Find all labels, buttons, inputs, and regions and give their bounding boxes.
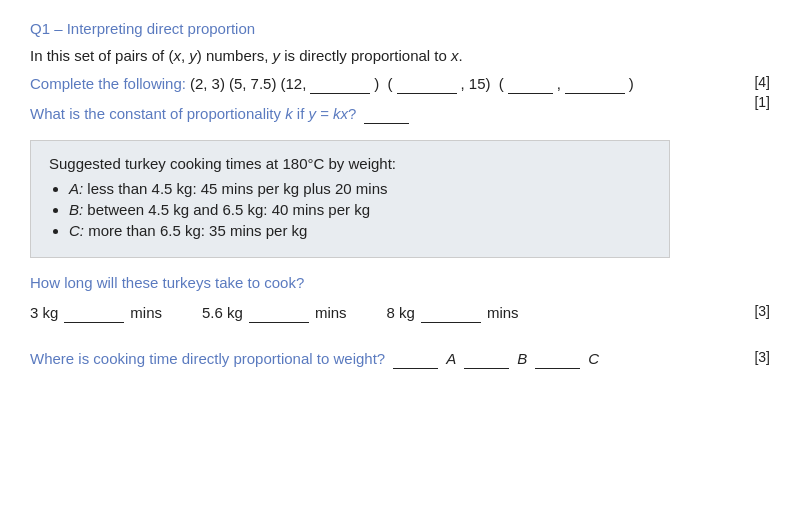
- cooking-group-2: 5.6 kg mins: [202, 301, 347, 323]
- pair-2: (5, 7.5): [229, 75, 277, 92]
- unit-3: mins: [487, 304, 519, 321]
- turkey-box: Suggested turkey cooking times at 180°C …: [30, 140, 670, 258]
- proportionality-row: What is the constant of proportionality …: [30, 102, 730, 124]
- item-a-label: A:: [69, 180, 83, 197]
- marks-3a: [3]: [754, 303, 770, 319]
- unit-2: mins: [315, 304, 347, 321]
- how-long-question: How long will these turkeys take to cook…: [30, 274, 770, 291]
- input-mins-2[interactable]: [249, 301, 309, 323]
- pair-4-comma: , 15): [461, 75, 491, 92]
- marks-col-3a: [3]: [730, 301, 770, 319]
- pair-5-open: (: [495, 75, 504, 92]
- weight-1: 3 kg: [30, 304, 58, 321]
- list-item: B: between 4.5 kg and 6.5 kg: 40 mins pe…: [69, 201, 651, 218]
- input-mins-3[interactable]: [421, 301, 481, 323]
- list-item: C: more than 6.5 kg: 35 mins per kg: [69, 222, 651, 239]
- where-question: Where is cooking time directly proportio…: [30, 350, 385, 367]
- pair-1: (2, 3): [190, 75, 225, 92]
- pair-3-open: (12,: [280, 75, 306, 92]
- input-where-b[interactable]: [464, 347, 509, 369]
- input-mins-1[interactable]: [64, 301, 124, 323]
- option-c-label: C: [588, 350, 599, 367]
- input-x-15[interactable]: [397, 72, 457, 94]
- input-k-value[interactable]: [364, 102, 409, 124]
- item-c-label: C:: [69, 222, 84, 239]
- pair-5-close: ): [629, 75, 634, 92]
- question-header: Q1 – Interpreting direct proportion: [30, 20, 770, 37]
- item-b-desc: between 4.5 kg and 6.5 kg: 40 mins per k…: [87, 201, 370, 218]
- where-row: Where is cooking time directly proportio…: [30, 347, 599, 369]
- weight-2: 5.6 kg: [202, 304, 243, 321]
- cooking-group-3: 8 kg mins: [387, 301, 519, 323]
- pair-3-close: ): [374, 75, 379, 92]
- complete-label: Complete the following:: [30, 75, 186, 92]
- item-b-label: B:: [69, 201, 83, 218]
- input-12-y[interactable]: [310, 72, 370, 94]
- input-last-x[interactable]: [508, 72, 553, 94]
- intro-text: In this set of pairs of (x, y) numbers, …: [30, 47, 770, 64]
- cooking-times-row: 3 kg mins 5.6 kg mins 8 kg mins: [30, 301, 519, 323]
- marks-4: [4]: [754, 74, 770, 90]
- question-section: Q1 – Interpreting direct proportion In t…: [30, 20, 770, 369]
- pair-5-comma: ,: [557, 75, 561, 92]
- complete-line: Complete the following: (2, 3) (5, 7.5) …: [30, 72, 730, 94]
- cooking-group-1: 3 kg mins: [30, 301, 162, 323]
- input-where-c[interactable]: [535, 347, 580, 369]
- turkey-list: A: less than 4.5 kg: 45 mins per kg plus…: [49, 180, 651, 239]
- turkey-title: Suggested turkey cooking times at 180°C …: [49, 155, 651, 172]
- marks-3b: [3]: [754, 349, 770, 365]
- list-item: A: less than 4.5 kg: 45 mins per kg plus…: [69, 180, 651, 197]
- item-a-desc: less than 4.5 kg: 45 mins per kg plus 20…: [87, 180, 387, 197]
- unit-1: mins: [130, 304, 162, 321]
- weight-3: 8 kg: [387, 304, 415, 321]
- option-b-label: B: [517, 350, 527, 367]
- marks-col-3b: [3]: [730, 347, 770, 365]
- pair-4-open: (: [383, 75, 392, 92]
- marks-1: [1]: [754, 94, 770, 110]
- item-c-desc: more than 6.5 kg: 35 mins per kg: [88, 222, 307, 239]
- option-a-label: A: [446, 350, 456, 367]
- marks-column: [4] [1]: [730, 72, 770, 110]
- proportionality-text: What is the constant of proportionality …: [30, 105, 356, 122]
- input-where-a[interactable]: [393, 347, 438, 369]
- input-last-y[interactable]: [565, 72, 625, 94]
